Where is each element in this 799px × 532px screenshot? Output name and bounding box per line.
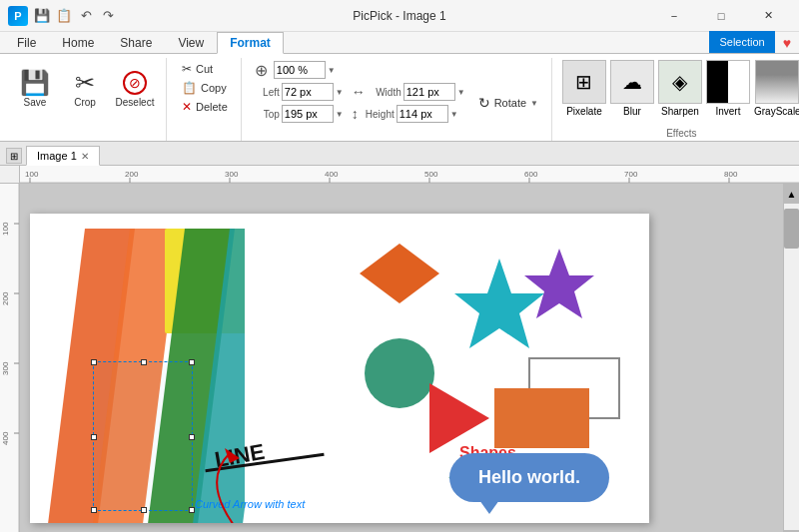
crop-button[interactable]: ✂ Crop [62,60,108,118]
ribbon-edit-content: ✂ Cut 📋 Copy ✕ Delete [177,58,233,141]
hello-world-bubble: Hello world. [449,453,609,502]
vertical-scrollbar[interactable]: ▲ ▼ [783,184,799,532]
copy-button[interactable]: 📋 Copy [177,79,233,97]
left-dropdown[interactable]: ▼ [336,88,344,97]
ruler-v-svg: 100 200 300 400 [0,184,20,532]
grayscale-btn[interactable]: GrayScale [754,60,799,117]
undo-icon[interactable]: ↶ [76,6,96,26]
cut-icon: ✂ [182,62,192,76]
height-dropdown[interactable]: ▼ [450,110,458,119]
zoom-icon: ⊕ [252,61,272,80]
pos-size-row: Left ▼ Top ▼ ↔ Width ▼ [252,82,543,124]
svg-curved-arrow [170,443,330,523]
zoom-row: ⊕ ▼ [252,60,336,80]
quick-access-toolbar: 💾 📋 ↶ ↷ [32,6,118,26]
scroll-thumb-v[interactable] [784,209,799,249]
svg-text:400: 400 [325,170,339,179]
svg-text:500: 500 [424,170,438,179]
ruler-row: 100 200 300 400 500 600 700 800 [0,166,799,184]
sharpen-btn[interactable]: ◈ Sharpen [658,60,702,117]
save-quick-icon[interactable]: 💾 [32,6,52,26]
width-icon: ↔ [352,84,366,100]
ribbon-group-edit: ✂ Cut 📋 Copy ✕ Delete [169,58,242,141]
deselect-icon: ⊘ [123,71,147,95]
top-label: Top [252,109,280,120]
handle-tl[interactable] [91,359,97,365]
width-row: ↔ Width ▼ [352,82,465,102]
height-label: Height [363,109,395,120]
svg-marker-38 [429,383,489,453]
ribbon-actions-content: 💾 Save ✂ Crop ⊘ Deselect [12,58,158,141]
handle-bl[interactable] [91,507,97,513]
cut-button[interactable]: ✂ Cut [177,60,233,78]
height-icon: ↕ [352,106,359,122]
svg-text:800: 800 [724,170,738,179]
blur-btn[interactable]: ☁ Blur [610,60,654,117]
rotate-button[interactable]: ↻ Rotate ▼ [473,94,543,112]
width-dropdown[interactable]: ▼ [457,88,465,97]
document-tab-image1[interactable]: Image 1 ✕ [26,146,100,166]
ribbon-tab-bar: File Home Share View Format Selection ♥ [0,32,799,54]
document-tab-close[interactable]: ✕ [81,151,89,162]
canvas-area: 100 200 300 400 [0,184,799,532]
canvas: Shapes LINE Curved Arrow with text [30,214,649,523]
tab-home[interactable]: Home [49,31,107,53]
deselect-button[interactable]: ⊘ Deselect [112,60,158,118]
svg-text:200: 200 [125,170,139,179]
app-icon: P [8,6,28,26]
copy-quick-icon[interactable]: 📋 [54,6,74,26]
tab-view[interactable]: View [165,31,217,53]
tab-share[interactable]: Share [107,31,165,53]
top-input[interactable] [282,105,334,123]
sharpen-icon: ◈ [658,60,702,104]
left-row: Left ▼ [252,82,344,102]
tab-file[interactable]: File [4,31,49,53]
zoom-dropdown-arrow[interactable]: ▼ [328,66,336,75]
grid-toggle-button[interactable]: ⊞ [6,148,22,164]
heart-icon: ♥ [775,33,799,53]
handle-ml[interactable] [91,434,97,440]
crop-icon: ✂ [75,71,95,95]
blur-icon: ☁ [610,60,654,104]
handle-mr[interactable] [189,434,195,440]
handle-tr[interactable] [189,359,195,365]
left-input[interactable] [282,83,334,101]
pixelate-btn[interactable]: ⊞ Pixelate [562,60,606,117]
delete-icon: ✕ [182,100,192,114]
redo-icon[interactable]: ↷ [98,6,118,26]
svg-text:100: 100 [25,170,39,179]
effects-group-label: Effects [666,128,696,141]
title-bar: P 💾 📋 ↶ ↷ PicPick - Image 1 − □ ✕ [0,0,799,32]
close-button[interactable]: ✕ [745,1,791,31]
main-area: 100 200 300 400 500 600 700 800 [0,166,799,532]
tab-format[interactable]: Format [217,32,284,54]
effects-thumbs-content: ⊞ Pixelate ☁ Blur ◈ Sharpen Invert GrayS… [562,58,799,128]
svg-text:200: 200 [1,291,10,305]
rotate-icon: ↻ [478,95,490,111]
canvas-scroll[interactable]: Shapes LINE Curved Arrow with text [20,184,799,532]
svg-point-35 [365,338,434,408]
ruler-h-svg: 100 200 300 400 500 600 700 800 [20,166,799,184]
invert-btn[interactable]: Invert [706,60,750,117]
zoom-input[interactable] [274,61,326,79]
left-label: Left [252,87,280,98]
top-row: Top ▼ [252,104,344,124]
height-input[interactable] [397,105,448,123]
delete-button[interactable]: ✕ Delete [177,98,233,116]
document-tab-bar: ⊞ Image 1 ✕ [0,142,799,166]
svg-marker-33 [454,259,544,348]
width-input[interactable] [403,83,455,101]
maximize-button[interactable]: □ [698,1,744,31]
handle-tm[interactable] [141,359,147,365]
rotate-dropdown[interactable]: ▼ [530,99,538,108]
pos-col: Left ▼ Top ▼ [252,82,344,124]
svg-marker-32 [360,244,439,303]
scroll-up-button[interactable]: ▲ [784,184,799,204]
svg-marker-34 [524,249,594,318]
top-dropdown[interactable]: ▼ [336,110,344,119]
handle-bm[interactable] [141,507,147,513]
save-button[interactable]: 💾 Save [12,60,58,118]
minimize-button[interactable]: − [651,1,697,31]
selection-badge: Selection [709,31,774,53]
grayscale-icon [755,60,799,104]
